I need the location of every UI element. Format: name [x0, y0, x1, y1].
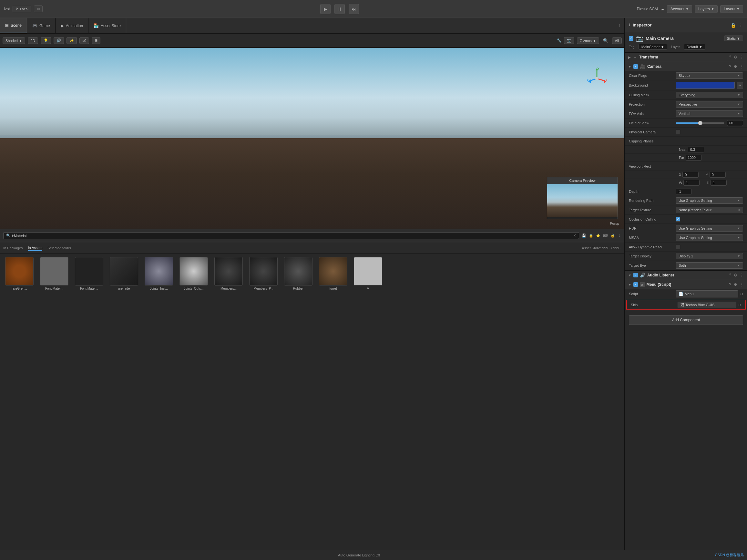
tab-game[interactable]: 🎮 Game: [27, 18, 55, 33]
audio-button[interactable]: 🔊: [54, 37, 64, 44]
occlusion-culling-checkbox[interactable]: ✓: [676, 217, 680, 222]
list-item[interactable]: turret: [317, 257, 349, 290]
fov-slider-track[interactable]: [676, 122, 724, 124]
list-item[interactable]: Rubber: [282, 257, 314, 290]
fx-button[interactable]: ✨: [67, 37, 77, 44]
skin-field[interactable]: 🖼 Techno Blue GUIS: [677, 302, 736, 308]
scene-view[interactable]: y x z Persp Camera Preview: [0, 48, 624, 229]
menu-script-check[interactable]: ✓: [634, 282, 638, 287]
layers-button[interactable]: Layers ▼: [695, 5, 718, 13]
fov-value[interactable]: 60: [727, 120, 743, 126]
projection-dropdown[interactable]: Perspective ▼: [676, 101, 743, 107]
asset-lock-icon[interactable]: 🔒: [589, 233, 593, 238]
skin-target-icon[interactable]: ⊙: [738, 303, 741, 307]
audio-listener-header[interactable]: ▼ ✓ 🔊 Audio Listener ? ⚙ ⋮: [625, 271, 747, 280]
camera-header[interactable]: ▼ ✓ 🎥 Camera ? ⚙ ⋮: [625, 62, 747, 71]
hdr-dropdown[interactable]: Use Graphics Setting ▼: [676, 225, 743, 232]
menu-script-menu-btn[interactable]: ⋮: [740, 282, 744, 287]
target-display-dropdown[interactable]: Display 1 ▼: [676, 253, 743, 259]
layout-button[interactable]: Layout ▼: [720, 5, 743, 13]
depth-value[interactable]: -1: [676, 188, 692, 195]
camera-help-btn[interactable]: ?: [729, 64, 731, 69]
fov-slider-thumb[interactable]: [698, 121, 702, 125]
background-color-swatch[interactable]: [676, 82, 735, 89]
inspector-menu-btn[interactable]: ⋮: [739, 23, 743, 28]
asset-panel-menu[interactable]: ⋮: [618, 233, 621, 238]
asset-tab-packages[interactable]: In Packages: [3, 246, 23, 251]
allow-dynamic-checkbox[interactable]: [676, 245, 680, 249]
grid-btn[interactable]: ⊞: [34, 5, 43, 12]
vp-x-value[interactable]: 0: [682, 172, 699, 178]
scene-0-button[interactable]: #0: [79, 37, 89, 44]
layer-dropdown[interactable]: Default ▼: [684, 44, 705, 50]
transform-help-btn[interactable]: ?: [729, 55, 731, 59]
search-clear[interactable]: ✕: [573, 233, 576, 238]
audio-listener-menu-btn[interactable]: ⋮: [740, 273, 744, 277]
object-active-checkbox[interactable]: ✓: [629, 36, 634, 41]
audio-listener-help-btn[interactable]: ?: [729, 273, 731, 277]
audio-listener-check[interactable]: ✓: [634, 273, 638, 277]
tab-scene[interactable]: ⊞ Scene: [0, 18, 27, 33]
2d-button[interactable]: 2D: [28, 37, 38, 44]
play-button[interactable]: ▶: [320, 4, 331, 14]
camera-menu-btn[interactable]: ⋮: [740, 64, 744, 69]
asset-tab-assets[interactable]: In Assets: [28, 245, 43, 251]
list-item[interactable]: Members_P...: [247, 257, 280, 290]
rendering-path-dropdown[interactable]: Use Graphics Setting ▼: [676, 197, 743, 204]
script-field[interactable]: 📄 Menu: [676, 290, 738, 298]
pause-button[interactable]: ⏸: [334, 4, 345, 14]
audio-listener-settings-btn[interactable]: ⚙: [734, 273, 737, 277]
list-item[interactable]: Joints_Outs...: [178, 257, 210, 290]
asset-grid-icon[interactable]: ⊞9: [603, 233, 608, 238]
list-item[interactable]: Joints_Insi...: [143, 257, 175, 290]
menu-script-settings-btn[interactable]: ⚙: [734, 282, 737, 287]
scene-grid-button[interactable]: ⊞: [92, 37, 100, 44]
transform-menu-btn[interactable]: ⋮: [740, 55, 744, 59]
list-item[interactable]: Font Mater...: [73, 257, 105, 290]
vp-y-value[interactable]: 0: [710, 172, 726, 178]
menu-script-header[interactable]: ▼ ✓ # Menu (Script) ? ⚙ ⋮: [625, 280, 747, 289]
culling-mask-dropdown[interactable]: Everything ▼: [676, 92, 743, 98]
menu-script-help-btn[interactable]: ?: [729, 282, 731, 287]
list-item[interactable]: V: [352, 257, 384, 290]
list-item[interactable]: Members...: [212, 257, 245, 290]
msaa-dropdown[interactable]: Use Graphics Setting ▼: [676, 234, 743, 241]
asset-tab-selected[interactable]: Selected folder: [48, 246, 71, 251]
vp-h-value[interactable]: 1: [711, 180, 727, 186]
asset-save-icon[interactable]: 💾: [582, 233, 586, 238]
add-component-button[interactable]: Add Component: [629, 315, 743, 325]
clear-flags-dropdown[interactable]: Skybox ▼: [676, 72, 743, 79]
asset-search-box[interactable]: 🔍 t:Material ✕: [3, 232, 579, 239]
tab-animation[interactable]: ▶ Animation: [55, 18, 88, 33]
asset-star-icon[interactable]: ⭐: [596, 233, 600, 238]
tab-asset-store[interactable]: 🏪 Asset Store: [88, 18, 126, 33]
target-texture-dropdown[interactable]: None (Render Textur ⊙: [676, 207, 743, 213]
far-value[interactable]: 1000: [686, 155, 702, 160]
inspector-lock-btn[interactable]: 🔒: [730, 23, 736, 28]
target-eye-dropdown[interactable]: Both ▼: [676, 262, 743, 269]
list-item[interactable]: Font Mater...: [38, 257, 70, 290]
scene-tab-menu-icon[interactable]: ⋮: [618, 24, 621, 28]
asset-panel-lock[interactable]: 🔒: [611, 233, 615, 238]
local-btn[interactable]: 🖱 Local: [12, 6, 31, 12]
step-button[interactable]: ⏭: [349, 4, 359, 14]
fov-axis-dropdown[interactable]: Vertical ▼: [676, 110, 743, 117]
static-dropdown[interactable]: Static ▼: [724, 35, 743, 41]
tag-dropdown[interactable]: MainCamer ▼: [639, 44, 667, 50]
account-button[interactable]: Account ▼: [667, 5, 692, 13]
gizmos-dropdown[interactable]: Gizmos ▼: [577, 37, 599, 44]
transform-header[interactable]: ▶ ↔ Transform ? ⚙ ⋮: [625, 53, 747, 62]
list-item[interactable]: rateGren...: [3, 257, 35, 290]
light-button[interactable]: 💡: [41, 37, 51, 44]
transform-settings-btn[interactable]: ⚙: [734, 55, 737, 59]
near-value[interactable]: 0.3: [688, 147, 704, 152]
shaded-dropdown[interactable]: Shaded ▼: [3, 37, 25, 44]
physical-camera-checkbox[interactable]: [676, 130, 680, 134]
list-item[interactable]: grenade: [108, 257, 140, 290]
all-dropdown[interactable]: All: [612, 37, 622, 44]
camera-settings-btn[interactable]: ⚙: [734, 64, 737, 69]
color-picker-button[interactable]: ✏: [737, 82, 743, 88]
camera-active-check[interactable]: ✓: [634, 64, 638, 69]
script-target-icon[interactable]: ⊙: [740, 292, 743, 296]
vp-w-value[interactable]: 1: [684, 180, 699, 186]
